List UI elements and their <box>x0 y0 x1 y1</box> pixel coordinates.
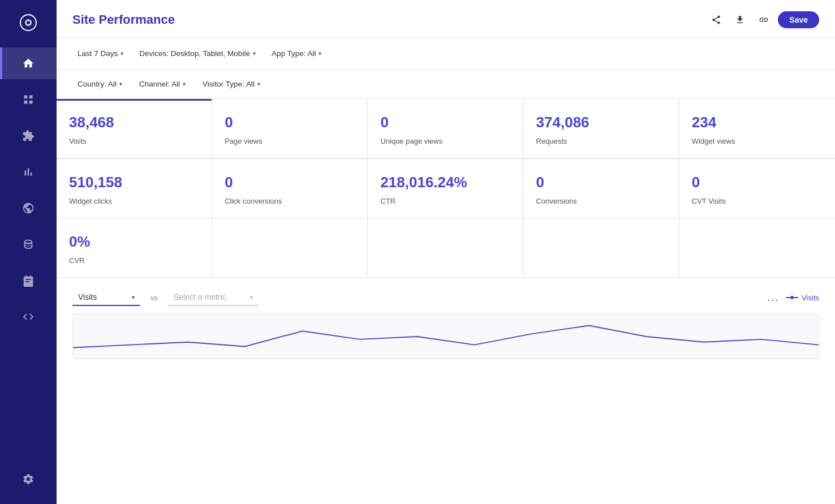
sidebar-item-puzzle[interactable] <box>0 120 57 152</box>
svg-point-4 <box>790 296 794 299</box>
metric-value-visits: 38,468 <box>69 114 199 131</box>
sidebar-item-plugin[interactable] <box>0 265 57 296</box>
metric-ctr[interactable]: 218,016.24% CTR <box>368 159 523 218</box>
metric-cvt-visits[interactable]: 0 CVT Visits <box>679 159 835 218</box>
link-button[interactable] <box>754 10 773 29</box>
filters-row: Country: All ▾ Channel: All ▾ Visitor Ty… <box>57 70 835 99</box>
share-button[interactable] <box>707 10 726 29</box>
metric-value-widget-clicks: 510,158 <box>69 174 199 191</box>
page-title: Site Performance <box>72 12 175 27</box>
chevron-down-icon: ▾ <box>318 50 321 57</box>
chevron-down-icon: ▾ <box>257 81 260 87</box>
empty-cell-1 <box>212 218 368 277</box>
visitor-type-filter[interactable]: Visitor Type: All ▾ <box>197 76 265 92</box>
app-type-filter[interactable]: App Type: All ▾ <box>266 46 327 61</box>
metric-value-click-conversions: 0 <box>225 174 355 191</box>
chevron-down-icon: ▾ <box>183 81 186 87</box>
chevron-down-icon: ▾ <box>119 81 122 87</box>
sidebar-item-home[interactable] <box>0 48 57 79</box>
metric-label-widget-clicks: Widget clicks <box>69 197 199 205</box>
content-area: 38,468 Visits 0 Page views 0 Unique page… <box>57 99 835 504</box>
metric-label-ctr: CTR <box>380 197 510 205</box>
metric-requests[interactable]: 374,086 Requests <box>524 99 679 158</box>
metric-label-page-views: Page views <box>225 137 355 145</box>
svg-point-2 <box>27 21 30 24</box>
metric-widget-views[interactable]: 234 Widget views <box>679 99 835 158</box>
chart-metric2-dropdown[interactable]: Select a metric ▾ <box>168 289 259 306</box>
metric-unique-page-views[interactable]: 0 Unique page views <box>368 99 523 158</box>
empty-cell-2 <box>368 218 523 277</box>
chart-legend: Visits <box>786 294 819 302</box>
sidebar-item-settings[interactable] <box>0 463 57 495</box>
sidebar-item-code[interactable] <box>0 301 57 333</box>
time-range-filter[interactable]: Last 7 Days ▾ <box>72 46 128 61</box>
chevron-down-icon: ▾ <box>250 294 253 300</box>
metric-value-page-views: 0 <box>225 114 355 131</box>
chart-more-button[interactable]: ... <box>767 292 779 304</box>
legend-label: Visits <box>802 294 819 302</box>
empty-cell-3 <box>524 218 679 277</box>
metrics-row-1: 38,468 Visits 0 Page views 0 Unique page… <box>57 99 835 159</box>
metric-value-unique-page-views: 0 <box>380 114 510 131</box>
country-filter[interactable]: Country: All ▾ <box>72 76 127 92</box>
metrics-row-3: 0% CVR <box>57 218 835 278</box>
sidebar-item-grid[interactable] <box>0 84 57 115</box>
metric-value-cvr: 0% <box>69 233 199 251</box>
chart-metric1-dropdown[interactable]: Visits ▾ <box>72 289 140 306</box>
metric-label-unique-page-views: Unique page views <box>380 137 510 145</box>
metric-label-visits: Visits <box>69 137 199 145</box>
empty-cell-4 <box>679 218 835 277</box>
metric-label-requests: Requests <box>536 137 666 145</box>
chart-display <box>72 314 819 359</box>
channel-filter[interactable]: Channel: All ▾ <box>134 76 191 92</box>
chevron-down-icon: ▾ <box>132 294 135 300</box>
metric-value-conversions: 0 <box>536 174 666 191</box>
metric-value-ctr: 218,016.24% <box>380 174 510 191</box>
metric-label-cvt-visits: CVT Visits <box>692 197 823 205</box>
sidebar <box>0 0 57 504</box>
metric-value-requests: 374,086 <box>536 114 666 131</box>
main-content: Site Performance Save Last 7 Days <box>57 0 835 504</box>
vs-label: vs <box>150 294 158 302</box>
metric-click-conversions[interactable]: 0 Click conversions <box>212 159 368 218</box>
metric-value-widget-views: 234 <box>692 114 823 131</box>
sidebar-item-analytics[interactable] <box>0 156 57 188</box>
metric-value-cvt-visits: 0 <box>692 174 823 191</box>
metrics-row-2: 510,158 Widget clicks 0 Click conversion… <box>57 159 835 218</box>
chart-area: Visits ▾ vs Select a metric ▾ ... Visits <box>57 278 835 371</box>
chart-controls: Visits ▾ vs Select a metric ▾ ... Visits <box>72 289 819 306</box>
metric-cvr[interactable]: 0% CVR <box>57 218 212 277</box>
metric-page-views[interactable]: 0 Page views <box>212 99 368 158</box>
chevron-down-icon: ▾ <box>253 50 256 57</box>
header: Site Performance Save <box>57 0 835 38</box>
save-button[interactable]: Save <box>778 11 819 28</box>
download-button[interactable] <box>730 10 750 29</box>
sidebar-item-globe[interactable] <box>0 192 57 224</box>
metric-conversions[interactable]: 0 Conversions <box>524 159 679 218</box>
logo <box>15 9 42 36</box>
metric-widget-clicks[interactable]: 510,158 Widget clicks <box>57 159 212 218</box>
metric-label-widget-views: Widget views <box>692 137 823 145</box>
metric-label-click-conversions: Click conversions <box>225 197 355 205</box>
toolbar: Last 7 Days ▾ Devices: Desktop, Tablet, … <box>57 38 835 70</box>
metric-visits[interactable]: 38,468 Visits <box>57 99 212 158</box>
devices-filter[interactable]: Devices: Desktop, Tablet, Mobile ▾ <box>134 46 261 61</box>
metric-label-conversions: Conversions <box>536 197 666 205</box>
chevron-down-icon: ▾ <box>120 50 123 57</box>
metric-label-cvr: CVR <box>69 256 199 265</box>
sidebar-item-database[interactable] <box>0 229 57 260</box>
